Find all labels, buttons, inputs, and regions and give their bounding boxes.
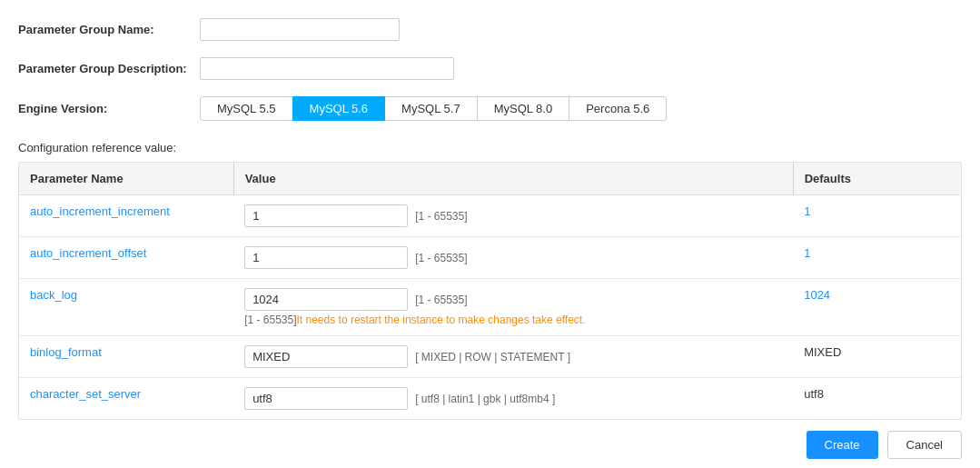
value-cell: [1 - 65535] <box>233 195 793 237</box>
params-table: Parameter Name Value Defaults auto_incre… <box>19 163 961 419</box>
col-header-param-name: Parameter Name <box>19 163 233 195</box>
col-header-defaults: Defaults <box>793 163 961 195</box>
bottom-actions: Create Cancel <box>0 420 980 468</box>
table-row: auto_increment_offset[1 - 65535]1 <box>19 237 961 279</box>
engine-tab-mysql56[interactable]: MySQL 5.6 <box>292 96 386 121</box>
value-cell: [1 - 65535] <box>233 237 793 279</box>
param-name-link[interactable]: binlog_format <box>30 345 102 359</box>
defaults-cell: 1 <box>793 237 961 279</box>
value-input[interactable] <box>244 345 408 368</box>
value-input[interactable] <box>244 246 408 269</box>
param-name-cell: character_set_server <box>19 378 233 420</box>
param-group-name-label: Parameter Group Name: <box>18 23 200 36</box>
cancel-button[interactable]: Cancel <box>887 431 962 459</box>
value-range: [1 - 65535] <box>415 252 467 264</box>
param-name-link[interactable]: auto_increment_increment <box>30 204 170 218</box>
engine-tab-mysql57[interactable]: MySQL 5.7 <box>384 96 478 121</box>
param-group-desc-row: Parameter Group Description: <box>18 57 962 80</box>
value-range: [ MIXED | ROW | STATEMENT ] <box>415 351 570 363</box>
value-cell: [1 - 65535][1 - 65535]It needs to restar… <box>233 279 793 336</box>
param-name-cell: auto_increment_offset <box>19 237 233 279</box>
table-row: binlog_format[ MIXED | ROW | STATEMENT ]… <box>19 336 961 378</box>
param-name-cell: auto_increment_increment <box>19 195 233 237</box>
engine-tab-mysql55[interactable]: MySQL 5.5 <box>200 96 293 121</box>
engine-tabs: MySQL 5.5 MySQL 5.6 MySQL 5.7 MySQL 8.0 … <box>200 96 666 121</box>
engine-tab-percona56[interactable]: Percona 5.6 <box>569 96 667 121</box>
value-cell: [ MIXED | ROW | STATEMENT ] <box>233 336 793 378</box>
value-cell: [ utf8 | latin1 | gbk | utf8mb4 ] <box>233 378 793 420</box>
defaults-cell: utf8 <box>793 378 961 420</box>
param-group-name-row: Parameter Group Name: <box>18 18 962 41</box>
col-header-value: Value <box>233 163 793 195</box>
config-ref-label: Configuration reference value: <box>0 141 980 162</box>
param-name-cell: binlog_format <box>19 336 233 378</box>
value-input[interactable] <box>244 288 408 311</box>
value-range: [1 - 65535] <box>415 294 467 306</box>
param-name-cell: back_log <box>19 279 233 336</box>
table-row: auto_increment_increment[1 - 65535]1 <box>19 195 961 237</box>
defaults-cell: 1 <box>793 195 961 237</box>
value-note: [1 - 65535]It needs to restart the insta… <box>244 314 782 326</box>
param-name-link[interactable]: auto_increment_offset <box>30 246 146 260</box>
table-row: back_log[1 - 65535][1 - 65535]It needs t… <box>19 279 961 336</box>
value-input[interactable] <box>244 204 408 227</box>
defaults-cell: 1024 <box>793 279 961 336</box>
engine-tab-mysql80[interactable]: MySQL 8.0 <box>477 96 570 121</box>
value-range: [ utf8 | latin1 | gbk | utf8mb4 ] <box>415 393 555 405</box>
table-row: character_set_server[ utf8 | latin1 | gb… <box>19 378 961 420</box>
value-input[interactable] <box>244 387 408 410</box>
param-name-link[interactable]: back_log <box>30 288 77 302</box>
params-table-wrapper: Parameter Name Value Defaults auto_incre… <box>18 162 962 420</box>
param-name-link[interactable]: character_set_server <box>30 387 141 401</box>
param-group-desc-label: Parameter Group Description: <box>18 62 200 75</box>
defaults-cell: MIXED <box>793 336 961 378</box>
engine-version-label: Engine Version: <box>18 102 200 115</box>
param-group-desc-input[interactable] <box>200 57 454 80</box>
engine-version-row: Engine Version: MySQL 5.5 MySQL 5.6 MySQ… <box>18 96 962 121</box>
param-group-name-input[interactable] <box>200 18 400 41</box>
value-range: [1 - 65535] <box>415 210 467 223</box>
create-button[interactable]: Create <box>807 431 878 459</box>
table-header-row: Parameter Name Value Defaults <box>19 163 961 195</box>
